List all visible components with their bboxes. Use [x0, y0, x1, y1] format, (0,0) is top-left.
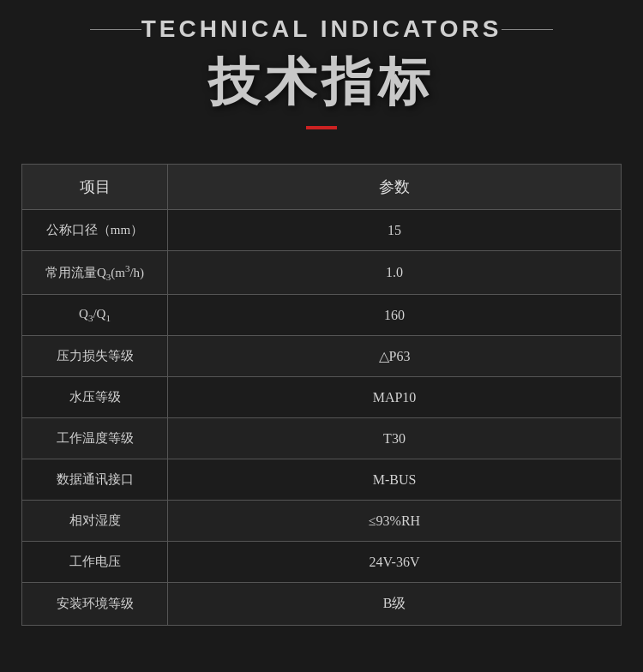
cell-param: △P63: [168, 336, 622, 377]
cell-item: 工作电压: [22, 542, 168, 583]
table-row: 相对湿度≤93%RH: [22, 501, 622, 542]
table-row: 水压等级MAP10: [22, 377, 622, 418]
cell-item: 公称口径（mm）: [22, 210, 168, 251]
cell-item: 数据通讯接口: [22, 459, 168, 501]
cell-param: 160: [168, 295, 622, 336]
title-chinese: 技术指标: [208, 48, 435, 117]
table-row: 数据通讯接口M-BUS: [22, 459, 622, 501]
table-row: 安装环境等级B级: [22, 583, 622, 626]
col-header-param: 参数: [168, 165, 622, 210]
cell-param: B级: [168, 583, 622, 626]
cell-param: 15: [168, 210, 622, 251]
table-body: 公称口径（mm）15常用流量Q3(m3/h)1.0Q3/Q1160压力损失等级△…: [22, 210, 622, 626]
table-row: Q3/Q1160: [22, 295, 622, 336]
accent-bar: [306, 126, 337, 129]
cell-param: 1.0: [168, 251, 622, 295]
table-wrapper: 项目 参数 公称口径（mm）15常用流量Q3(m3/h)1.0Q3/Q1160压…: [21, 164, 622, 626]
cell-item: 安装环境等级: [22, 583, 168, 626]
table-row: 公称口径（mm）15: [22, 210, 622, 251]
table-row: 常用流量Q3(m3/h)1.0: [22, 251, 622, 295]
header-section: TECHNICAL INDICATORS 技术指标: [0, 0, 643, 155]
cell-item: Q3/Q1: [22, 295, 168, 336]
indicators-table: 项目 参数 公称口径（mm）15常用流量Q3(m3/h)1.0Q3/Q1160压…: [21, 164, 622, 626]
cell-param: MAP10: [168, 377, 622, 418]
cell-param: M-BUS: [168, 459, 622, 501]
title-english: TECHNICAL INDICATORS: [107, 15, 537, 43]
cell-param: 24V-36V: [168, 542, 622, 583]
cell-item: 常用流量Q3(m3/h): [22, 251, 168, 295]
table-header-row: 项目 参数: [22, 165, 622, 210]
cell-item: 压力损失等级: [22, 336, 168, 377]
cell-item: 相对湿度: [22, 501, 168, 542]
cell-param: T30: [168, 418, 622, 459]
col-header-item: 项目: [22, 165, 168, 210]
cell-item: 工作温度等级: [22, 418, 168, 459]
cell-item: 水压等级: [22, 377, 168, 418]
table-row: 压力损失等级△P63: [22, 336, 622, 377]
table-row: 工作温度等级T30: [22, 418, 622, 459]
table-row: 工作电压24V-36V: [22, 542, 622, 583]
cell-param: ≤93%RH: [168, 501, 622, 542]
